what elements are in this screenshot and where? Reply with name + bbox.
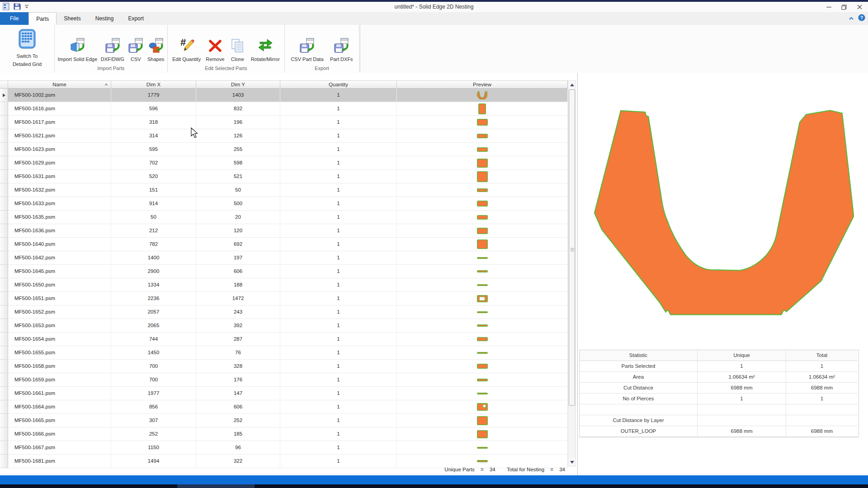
stats-cell: 6988 mm [786,426,858,437]
scroll-up-icon[interactable] [568,81,576,89]
row-header-cell[interactable] [0,156,8,170]
part-dxfs-button[interactable]: Part DXFs [330,37,354,63]
shapes-button[interactable]: Shapes [147,37,165,63]
table-row[interactable]: MF500-1661.psm19771471 [0,387,568,400]
row-header-cell[interactable] [0,387,8,400]
column-header-dim-y[interactable]: Dim Y [196,80,280,89]
table-row[interactable]: MF500-1665.psm3072521 [0,414,568,427]
column-header-name[interactable]: Name [8,80,111,89]
row-header-cell[interactable] [0,333,8,346]
stats-row: OUTER_LOOP6988 mm6988 mm [580,426,859,437]
edit-quantity-button[interactable]: #Edit Quantity [172,37,201,63]
table-row[interactable]: MF500-1658.psm7003281 [0,360,568,373]
table-row[interactable]: MF500-1653.psm20653921 [0,319,568,333]
table-row[interactable]: MF500-1650.psm13341881 [0,278,568,292]
row-header-cell[interactable] [0,116,8,129]
preview-panel: StatisticUniqueTotalParts Selected11Area… [577,73,868,475]
ribbon-button-label: Edit Quantity [172,56,201,62]
table-row[interactable]: MF500-1617.psm3181961 [0,116,568,129]
rotate-mirror-button[interactable]: Rotate/Mirror [250,37,280,63]
table-row[interactable]: MF500-1633.psm9145001 [0,197,568,211]
collapse-ribbon-icon[interactable] [849,14,854,23]
row-header-cell[interactable] [0,224,8,238]
table-row[interactable]: MF500-1652.psm20572431 [0,305,568,319]
row-header-cell[interactable] [0,292,8,305]
row-header-cell[interactable] [0,441,8,455]
scroll-down-icon[interactable] [568,458,576,466]
stats-cell: 1 [786,394,858,404]
scrollbar-thumb[interactable] [569,89,575,406]
dim-x-cell: 2900 [111,265,196,278]
table-row[interactable]: MF500-1655.psm1450761 [0,346,568,360]
row-header-cell[interactable] [0,143,8,156]
table-row[interactable]: MF500-1667.psm1150961 [0,441,568,455]
table-row[interactable]: MF500-1651.psm223614721 [0,292,568,305]
table-row[interactable]: MF500-1616.psm5968321 [0,102,568,116]
tab-export[interactable]: Export [121,12,151,25]
table-row[interactable]: MF500-1659.psm7001761 [0,373,568,387]
row-header-cell[interactable] [0,197,8,211]
row-header-cell[interactable] [0,455,8,468]
minimize-button[interactable] [821,2,836,12]
table-row[interactable]: MF500-1645.psm29006061 [0,265,568,278]
table-row[interactable]: MF500-1631.psm5205211 [0,170,568,183]
dxf-dwg-button[interactable]: DXF/DWG [100,37,125,63]
tab-nesting[interactable]: Nesting [88,12,121,25]
table-row[interactable]: MF500-1621.psm3141261 [0,129,568,143]
tab-sheets[interactable]: Sheets [57,12,88,25]
import-solid-edge-button[interactable]: Import Solid Edge [57,37,98,63]
row-header-cell[interactable] [0,360,8,373]
row-header-cell[interactable] [0,319,8,333]
parts-table-scrollbar[interactable] [568,80,576,466]
csv-button[interactable]: CSV [127,37,144,63]
row-header-cell[interactable] [0,238,8,251]
row-header-cell[interactable] [0,251,8,265]
table-row[interactable]: MF500-1629.psm7025981 [0,156,568,170]
row-header-cell[interactable] [0,414,8,427]
column-header-dim-x[interactable]: Dim X [111,80,196,89]
table-row[interactable]: MF500-1640.psm7826921 [0,238,568,251]
tab-bar: FilePartsSheetsNestingExport ? [0,12,868,25]
clone-button[interactable]: Clone [229,37,246,63]
row-header-cell[interactable] [0,129,8,143]
quantity-cell: 1 [280,238,397,251]
row-header-cell[interactable] [0,373,8,387]
tab-file[interactable]: File [0,12,28,25]
restore-button[interactable] [836,2,852,12]
row-header-cell[interactable] [0,102,8,116]
table-row[interactable]: MF500-1654.psm7442871 [0,333,568,346]
row-header-cell[interactable] [0,346,8,360]
row-header-cell[interactable] [0,170,8,183]
table-row[interactable]: MF500-1636.psm2121201 [0,224,568,238]
switch-to-detailed-grid-button[interactable]: Switch To Detailed Grid [0,25,55,72]
tab-parts[interactable]: Parts [28,12,57,25]
row-header-cell[interactable] [0,89,8,102]
table-row[interactable]: MF500-1664.psm8566061 [0,400,568,414]
dim-y-cell: 120 [196,224,280,238]
quantity-cell: 1 [280,197,397,211]
dim-x-cell: 1450 [111,346,196,360]
row-header-cell[interactable] [0,427,8,441]
row-header-cell[interactable] [0,400,8,414]
csv-part-data-button[interactable]: CSV Part Data [290,37,324,63]
row-header-cell[interactable] [0,278,8,292]
remove-button[interactable]: Remove [205,37,225,63]
stats-cell: 1.06634 m² [786,372,858,383]
row-header-cell[interactable] [0,211,8,224]
table-row[interactable]: MF500-1632.psm151501 [0,183,568,197]
table-row[interactable]: MF500-1002.psm177914031 [0,89,568,102]
table-row[interactable]: MF500-1666.psm2521851 [0,427,568,441]
row-header-cell[interactable] [0,305,8,319]
table-row[interactable]: MF500-1623.psm5952551 [0,143,568,156]
row-header-cell[interactable] [0,265,8,278]
help-icon[interactable]: ? [858,14,865,23]
table-row[interactable]: MF500-1642.psm14001971 [0,251,568,265]
part-name-cell: MF500-1667.psm [8,441,111,455]
table-row[interactable]: MF500-1681.psm14943221 [0,455,568,468]
column-header-preview[interactable]: Preview [397,80,568,89]
close-button[interactable] [852,2,867,12]
row-header-cell[interactable] [0,183,8,197]
column-header-quantity[interactable]: Quantity [280,80,397,89]
table-row[interactable]: MF500-1635.psm50201 [0,211,568,224]
taskbar[interactable] [0,475,868,484]
